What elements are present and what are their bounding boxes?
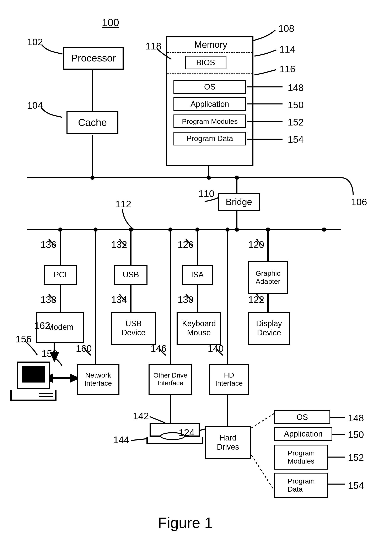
ref-144: 144	[113, 434, 129, 446]
ref-138: 138	[41, 294, 56, 305]
ref-132: 132	[111, 239, 127, 250]
svg-point-3	[207, 176, 211, 180]
bridge-label: Bridge	[226, 197, 252, 207]
memory-divider-114	[167, 52, 252, 53]
ref-126: 126	[178, 239, 194, 250]
ref-140: 140	[208, 343, 224, 354]
ref-136: 136	[41, 239, 56, 250]
hd-os-label: OS	[297, 413, 308, 422]
cache-label: Cache	[78, 117, 107, 128]
svg-point-7	[93, 228, 98, 232]
application-label: Application	[190, 100, 229, 109]
ref-154-hd: 154	[348, 480, 364, 491]
application-block: Application	[173, 97, 246, 111]
ref-116: 116	[279, 63, 295, 74]
ref-158: 158	[42, 348, 58, 359]
pci-label: PCI	[54, 270, 67, 279]
figure-ref-100: 100	[102, 17, 119, 29]
ref-124: 124	[179, 427, 195, 438]
bios-label: BIOS	[196, 58, 215, 67]
svg-point-4	[235, 176, 239, 180]
usb-device-block: USB Device	[111, 312, 156, 345]
keyboard-mouse-label: Keyboard Mouse	[182, 319, 216, 337]
svg-point-10	[195, 228, 199, 232]
ref-152-mem: 152	[288, 117, 304, 128]
ref-148-hd: 148	[348, 412, 364, 424]
ref-152-hd: 152	[348, 452, 364, 463]
program-modules-label: Program Modules	[182, 118, 238, 125]
isa-label: ISA	[191, 270, 204, 279]
diagram-canvas: 100	[0, 0, 392, 545]
os-block: OS	[173, 80, 246, 94]
ref-146: 146	[151, 343, 167, 354]
hard-drives-label: Hard Drives	[217, 434, 239, 452]
program-data-block: Program Data	[173, 132, 246, 145]
ref-134: 134	[111, 294, 127, 305]
keyboard-mouse-block: Keyboard Mouse	[177, 312, 221, 345]
usb-device-label: USB Device	[121, 319, 145, 337]
svg-line-37	[150, 417, 165, 423]
svg-point-11	[225, 228, 230, 232]
display-device-block: Display Device	[248, 312, 290, 345]
ref-130: 130	[178, 294, 194, 305]
svg-point-14	[322, 228, 326, 232]
hd-program-modules-block: Program Modules	[274, 445, 328, 470]
ref-142: 142	[133, 410, 149, 421]
svg-point-9	[168, 228, 172, 232]
hd-interface-label: HD Interface	[215, 371, 243, 387]
network-interface-label: Network Interface	[84, 371, 112, 387]
svg-line-41	[251, 455, 274, 490]
program-modules-block: Program Modules	[173, 114, 246, 128]
pci-block: PCI	[44, 265, 77, 285]
ref-114: 114	[279, 44, 295, 55]
hd-program-data-label: Program Data	[288, 477, 315, 493]
isa-block: ISA	[182, 265, 213, 285]
memory-divider-116	[167, 73, 252, 74]
ref-102: 102	[27, 36, 43, 48]
ref-122: 122	[248, 294, 264, 305]
ref-154-mem: 154	[288, 134, 304, 145]
svg-point-6	[58, 228, 62, 232]
ref-108: 108	[278, 23, 294, 34]
svg-point-13	[266, 228, 270, 232]
svg-point-8	[129, 228, 133, 232]
network-interface-block: Network Interface	[77, 364, 119, 395]
svg-point-12	[235, 228, 239, 232]
bridge-block: Bridge	[218, 193, 260, 211]
processor-label: Processor	[71, 52, 116, 64]
os-label: OS	[204, 82, 216, 91]
hd-application-label: Application	[284, 429, 323, 438]
ref-148-mem: 148	[288, 82, 304, 93]
svg-point-2	[90, 176, 95, 180]
ref-156: 156	[16, 334, 31, 345]
ref-110: 110	[198, 188, 214, 199]
program-data-label: Program Data	[187, 134, 233, 143]
usb-label: USB	[123, 270, 139, 279]
ref-162: 162	[34, 320, 50, 331]
remote-computer-icon	[17, 362, 56, 401]
processor-block: Processor	[63, 47, 124, 70]
cache-block: Cache	[67, 111, 118, 134]
hd-os-block: OS	[274, 410, 330, 424]
ref-160: 160	[76, 343, 92, 354]
hard-drives-block: Hard Drives	[205, 426, 251, 459]
optical-drive-icon	[150, 423, 203, 444]
ref-120: 120	[248, 239, 264, 250]
ref-150-mem: 150	[288, 99, 304, 111]
other-drive-interface-label: Other Drive Interface	[153, 372, 187, 387]
hd-program-data-block: Program Data	[274, 473, 328, 498]
hd-application-block: Application	[274, 427, 332, 441]
memory-title: Memory	[194, 39, 227, 50]
svg-line-40	[251, 414, 274, 428]
bios-block: BIOS	[185, 56, 227, 69]
graphic-adapter-label: Graphic Adapter	[256, 269, 280, 285]
display-device-label: Display Device	[256, 319, 282, 337]
ref-106: 106	[351, 196, 367, 208]
hd-interface-block: HD Interface	[209, 364, 249, 395]
graphic-adapter-block: Graphic Adapter	[248, 261, 288, 294]
figure-title: Figure 1	[158, 514, 213, 531]
hd-program-modules-label: Program Modules	[288, 449, 315, 465]
ref-104: 104	[27, 100, 43, 111]
usb-block: USB	[114, 265, 147, 285]
ref-118: 118	[145, 41, 161, 52]
